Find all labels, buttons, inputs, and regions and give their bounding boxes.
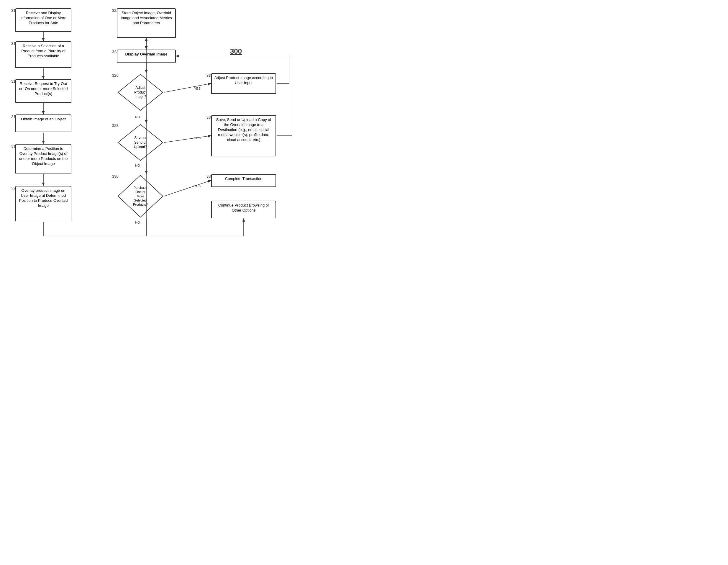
step-332-text: Adjust Product Image according to User I… bbox=[214, 76, 273, 85]
step-314-box: Receive Request to Try-Out or -On one or… bbox=[15, 79, 71, 103]
step-326-diamond: Adjust Product Image? bbox=[117, 73, 164, 112]
diagram-title: 300 bbox=[230, 47, 242, 55]
step-322-box: Store Object Image, Overlaid Image and A… bbox=[117, 8, 176, 38]
continue-box: Continue Product Browsing or Other Optio… bbox=[211, 201, 276, 218]
svg-marker-2 bbox=[118, 175, 163, 217]
step-310-text: Receive and Display Information of One o… bbox=[20, 11, 66, 25]
label-326-no: NO bbox=[135, 115, 140, 119]
svg-marker-1 bbox=[118, 125, 163, 161]
label-326-yes: YES bbox=[194, 87, 201, 90]
step-328-diamond: Save or Send or Upload? bbox=[117, 123, 164, 162]
flowchart-diagram: 300 310 Receive and Display Information … bbox=[0, 0, 364, 282]
label-330-no: NO bbox=[135, 221, 140, 224]
svg-marker-0 bbox=[118, 74, 163, 110]
step-336-text: Complete Transaction bbox=[225, 176, 262, 181]
step-322-text: Store Object Image, Overlaid Image and A… bbox=[121, 11, 172, 25]
label-328-yes: YES bbox=[194, 136, 201, 140]
label-328-no: NO bbox=[135, 164, 140, 167]
step-314-text: Receive Request to Try-Out or -On one or… bbox=[19, 81, 68, 96]
step-312-text: Receive a Selection of a Product from a … bbox=[21, 44, 65, 58]
label-330-yes: YES bbox=[194, 184, 201, 188]
step-330-diamond: Purchase One or More Selected Products? bbox=[117, 174, 164, 218]
step-312-box: Receive a Selection of a Product from a … bbox=[15, 41, 71, 68]
svg-line-12 bbox=[164, 136, 211, 143]
step-318-text: Determine a Position to Overlay Product … bbox=[19, 146, 68, 166]
step-334-text: Save, Send or Upload a Copy of the Overl… bbox=[216, 117, 271, 142]
step-334-box: Save, Send or Upload a Copy of the Overl… bbox=[211, 115, 276, 156]
step-316-box: Obtain Image of an Object bbox=[15, 114, 71, 132]
step-324-box: Display Overlaid Image bbox=[117, 50, 176, 63]
svg-line-10 bbox=[164, 83, 211, 92]
step-318-box: Determine a Position to Overlay Product … bbox=[15, 144, 71, 173]
step-320-box: Overlay product image on User Image at D… bbox=[15, 186, 71, 221]
step-316-text: Obtain Image of an Object bbox=[21, 117, 66, 121]
svg-line-14 bbox=[164, 181, 211, 196]
step-336-box: Complete Transaction bbox=[211, 174, 276, 187]
step-320-text: Overlay product image on User Image at D… bbox=[19, 188, 68, 208]
step-324-text: Display Overlaid Image bbox=[125, 52, 167, 56]
step-310-box: Receive and Display Information of One o… bbox=[15, 8, 71, 32]
step-332-box: Adjust Product Image according to User I… bbox=[211, 73, 276, 94]
continue-text: Continue Product Browsing or Other Optio… bbox=[218, 203, 269, 212]
